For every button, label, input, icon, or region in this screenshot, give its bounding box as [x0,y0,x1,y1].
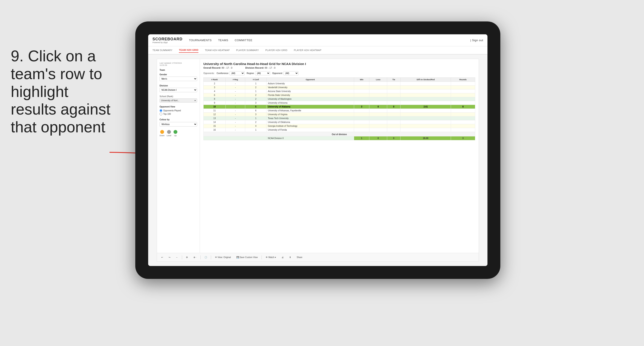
region-label: Region [247,72,254,74]
out-of-division-row[interactable]: NCAA Division II 1 0 0 26.00 3 [204,136,475,140]
out-of-division-header: Out of division [204,132,475,136]
conference-select[interactable]: (All) [230,71,244,75]
col-tie: Tie [387,78,400,82]
table-row[interactable]: 8 - 2 University of Washington [204,97,475,101]
sign-out-separator: | [470,39,471,42]
sub-nav: TEAM SUMMARY TEAM H2H GRID TEAM H2H HEAT… [148,46,488,54]
nav-teams[interactable]: TEAMS [218,37,228,43]
region-filter: Region (All) [247,71,270,75]
nav-links: TOURNAMENTS TEAMS COMMITTEE [189,37,470,43]
tablet-screen: SCOREBOARD Powered by clippi TOURNAMENTS… [148,34,488,266]
tab-team-h2h-grid[interactable]: TEAM H2H GRID [179,48,198,53]
grid-records: Overall Record: 89 - 17 - 0 Division Rec… [203,66,475,69]
radio-opponents-played[interactable]: Opponents Played [160,109,197,112]
opponent-select[interactable]: (All) [284,71,298,75]
toolbar-separator-3 [211,256,211,259]
back-button[interactable]: ← [174,256,180,259]
nav-tournaments[interactable]: TOURNAMENTS [189,37,212,43]
logo-text: SCOREBOARD [152,37,182,41]
level-circle [167,130,171,134]
sign-out-area: | Sign out [470,37,483,43]
toolbar-separator-2 [200,256,200,259]
instruction-text: 9. Click on a team's row to highlight re… [11,47,118,136]
table-row[interactable]: 4 - 1 Arizona State University [204,89,475,93]
opponents-filter-label: Opponents: [203,72,214,74]
col-conf: # Conf [245,78,266,82]
save-custom-button[interactable]: 💾 Save Custom View [235,256,260,259]
tab-player-summary[interactable]: PLAYER SUMMARY [236,48,259,52]
top-nav: SCOREBOARD Powered by clippi TOURNAMENTS… [148,34,488,46]
redo-button[interactable]: ↪ [167,256,172,259]
watch-button[interactable]: 👁 Watch ▾ [264,256,278,259]
tab-team-h2h-heatmap[interactable]: TEAM H2H HEATMAP [205,48,230,52]
bottom-toolbar: ↩ ↪ ← ⚙ ⊕ · 🕐 👁 View: Original 💾 Save Cu… [157,253,479,262]
instruction-body: Click on a team's row to highlight resul… [11,47,110,136]
export-button[interactable]: ⬆ [288,256,293,259]
table-row[interactable]: 13 - 1 Texas Tech University [204,116,475,120]
division-record: Division Record: 88 - 17 - 0 [245,66,276,69]
out-of-division-label: Out of division [204,132,475,136]
gender-select[interactable]: Men's [160,77,197,81]
grid-area: University of North Carolina Head-to-Hea… [200,59,479,253]
settings-button[interactable]: ⚙ [184,256,190,259]
chevron-down-icon: ▾ [194,99,196,102]
step-number: 9. [11,47,24,64]
tablet-device: SCOREBOARD Powered by clippi TOURNAMENTS… [135,21,500,279]
col-reg: # Reg [226,78,245,82]
table-row[interactable]: 14 - 2 University of Oklahoma [204,120,475,124]
region-select[interactable]: (All) [255,71,270,75]
col-rounds: Rounds [451,78,475,82]
toolbar-separator-4 [262,256,262,259]
table-row[interactable]: 6 - 2 Florida State University [204,93,475,97]
table-row-highlighted[interactable]: 10 - 5 University of Alabama 3 0 0 2.61 … [204,105,475,109]
col-loss: Loss [369,78,387,82]
tab-player-h2h-grid[interactable]: PLAYER H2H GRID [266,48,288,52]
opponent-view-label: Opponent View [160,105,197,108]
down-label: Down [160,134,164,137]
overall-record: Overall Record: 89 - 17 - 0 [203,66,232,69]
grid-title: University of North Carolina Head-to-Hea… [203,62,475,66]
up-label: Up [174,134,177,137]
tab-team-summary[interactable]: TEAM SUMMARY [152,48,172,52]
filter-row: Opponents: Conference (All) Region ( [203,71,475,75]
division-label: Division [160,84,197,87]
col-win: Win [354,78,369,82]
clock-button[interactable]: 🕐 [203,256,209,259]
logo-area: SCOREBOARD Powered by clippi [152,37,182,43]
conference-label: Conference [217,72,228,74]
legend-up: Up [174,130,177,137]
opponent-filter: Opponent (All) [272,71,298,75]
school-label: School (Rank) [160,95,197,98]
copy-button[interactable]: ⊕ · [192,256,198,259]
table-row[interactable]: 15 - 4 Georgia Institute of Technology [204,124,475,128]
team-label: Team [160,69,197,71]
gender-label: Gender [160,73,197,76]
sign-out-button[interactable]: Sign out [472,37,483,43]
panel-body: Last Updated: 27/03/2024 16:55:38 Team G… [157,59,479,253]
view-original-button[interactable]: 👁 View: Original [213,256,232,259]
table-row[interactable]: 9 - 3 University of Arizona [204,101,475,105]
opponent-label: Opponent [272,72,282,74]
colour-by-label: Colour by [160,118,197,121]
colour-by-select[interactable]: Win/loss [160,122,197,127]
division-select[interactable]: NCAA Division I [160,88,197,92]
logo-sub: Powered by clippi [152,41,182,43]
sidebar: Last Updated: 27/03/2024 16:55:38 Team G… [157,59,200,253]
undo-button[interactable]: ↩ [160,256,165,259]
radio-top-100[interactable]: Top 100 [160,113,197,115]
col-rank: # Rank [204,78,226,82]
main-content: Last Updated: 27/03/2024 16:55:38 Team G… [148,54,488,266]
share-button[interactable]: Share [295,256,304,259]
print-button[interactable]: 🖨 [280,256,286,259]
tab-player-h2h-heatmap[interactable]: PLAYER H2H HEATMAP [294,48,321,52]
h2h-table: # Rank # Reg # Conf Opponent Win Loss Ti… [203,77,475,140]
nav-committee[interactable]: COMMITTEE [235,37,252,43]
level-label: Level [167,134,171,137]
table-row[interactable]: 3 - 2 Vanderbilt University [204,86,475,89]
school-value[interactable]: University of Nort... ▾ [160,98,197,102]
table-row[interactable]: 16 - 1 University of Florida [204,128,475,132]
table-row[interactable]: 11 - 6 University of Arkansas, Fayettevi… [204,109,475,113]
table-row[interactable]: 2 - 1 Auburn University [204,82,475,86]
table-row[interactable]: 12 - 3 University of Virginia [204,113,475,116]
down-circle [160,130,164,134]
